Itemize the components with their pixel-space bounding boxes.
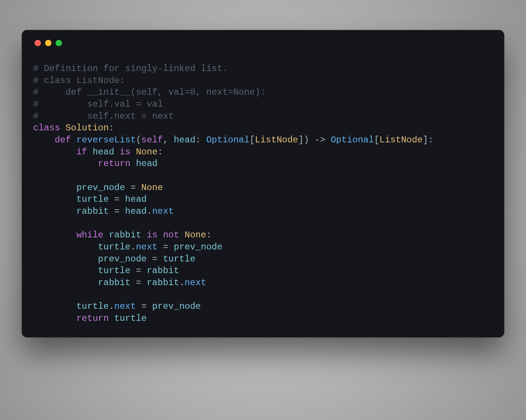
code-token: .	[147, 206, 152, 216]
code-token: head	[136, 159, 158, 169]
close-icon[interactable]	[35, 40, 41, 46]
code-token: =	[152, 254, 157, 264]
code-token: =	[136, 266, 141, 276]
code-token: =	[163, 242, 168, 252]
window-titlebar	[35, 40, 493, 46]
code-token	[33, 230, 76, 240]
code-token	[141, 278, 147, 288]
code-window: # Definition for singly-linked list. # c…	[22, 30, 504, 337]
code-token	[33, 183, 76, 193]
code-token	[109, 313, 114, 323]
code-token	[33, 135, 55, 145]
code-token: Solution	[65, 123, 109, 133]
code-token: =	[114, 206, 119, 216]
code-token: rabbit	[147, 266, 179, 276]
code-token: head	[125, 206, 147, 216]
code-token	[157, 230, 163, 240]
code-token: # def __init__(self, val=0, next=None):	[33, 87, 266, 97]
code-token: head	[174, 135, 196, 145]
code-token	[33, 254, 98, 264]
code-token: .	[109, 301, 114, 311]
code-token: turtle	[98, 266, 130, 276]
code-token: not	[163, 230, 179, 240]
code-token	[60, 123, 65, 133]
code-token	[136, 183, 141, 193]
code-token: next	[114, 301, 136, 311]
code-token: .	[179, 278, 184, 288]
code-token: next	[136, 242, 158, 252]
code-token: :	[195, 135, 206, 145]
code-token: # class ListNode:	[33, 76, 125, 86]
code-token: is	[119, 147, 130, 157]
code-token	[168, 242, 174, 252]
code-token: None	[136, 147, 158, 157]
code-token: [	[374, 135, 379, 145]
code-token: # self.next = next	[33, 111, 174, 121]
code-token: class	[33, 123, 60, 133]
code-token	[119, 194, 125, 204]
code-token	[33, 194, 76, 204]
code-token	[141, 230, 147, 240]
code-token: prev_node	[174, 242, 222, 252]
code-token	[179, 230, 184, 240]
code-token	[141, 266, 147, 276]
code-token	[125, 183, 130, 193]
code-token: turtle	[114, 313, 147, 323]
code-token: head	[125, 194, 147, 204]
code-token	[33, 301, 76, 311]
code-token: (	[136, 135, 141, 145]
code-token: next	[184, 278, 206, 288]
code-token: rabbit	[147, 278, 179, 288]
code-token	[109, 194, 114, 204]
code-token: :	[157, 147, 163, 157]
code-token	[33, 266, 98, 276]
code-token: if	[76, 147, 87, 157]
code-token: ,	[163, 135, 174, 145]
code-token	[119, 206, 125, 216]
code-token: prev_node	[76, 183, 125, 193]
code-token: turtle	[98, 242, 130, 252]
code-token: turtle	[163, 254, 195, 264]
code-token	[130, 147, 136, 157]
code-token	[109, 206, 114, 216]
code-token	[33, 147, 76, 157]
code-token: rabbit	[76, 206, 109, 216]
code-token: :	[206, 230, 212, 240]
code-token	[33, 242, 98, 252]
code-token: :	[109, 123, 114, 133]
code-token	[136, 301, 141, 311]
code-token: .	[130, 242, 136, 252]
code-token	[33, 313, 76, 323]
code-token	[71, 135, 76, 145]
code-token	[147, 254, 152, 264]
code-token: rabbit	[98, 278, 130, 288]
code-token: # self.val = val	[33, 99, 163, 109]
code-token: rabbit	[109, 230, 141, 240]
code-token	[130, 266, 136, 276]
code-token	[325, 135, 331, 145]
code-token: while	[76, 230, 103, 240]
code-token	[130, 278, 136, 288]
code-token	[130, 159, 136, 169]
code-token: # Definition for singly-linked list.	[33, 63, 228, 74]
code-token	[87, 147, 92, 157]
code-token: =	[136, 278, 141, 288]
code-token: prev_node	[98, 254, 147, 264]
zoom-icon[interactable]	[56, 40, 62, 46]
code-token: return	[98, 159, 130, 169]
code-token: def	[55, 135, 71, 145]
code-token	[33, 159, 98, 169]
code-token: ListNode	[255, 135, 298, 145]
code-token	[114, 147, 119, 157]
code-token	[103, 230, 109, 240]
code-token	[157, 242, 163, 252]
code-token	[33, 278, 98, 288]
code-token: Optional	[331, 135, 374, 145]
minimize-icon[interactable]	[45, 40, 51, 46]
code-token: None	[184, 230, 206, 240]
code-token: is	[147, 230, 157, 240]
code-token: =	[114, 194, 119, 204]
code-block: # Definition for singly-linked list. # c…	[33, 63, 493, 325]
code-token: =	[141, 301, 147, 311]
code-token	[33, 206, 76, 216]
